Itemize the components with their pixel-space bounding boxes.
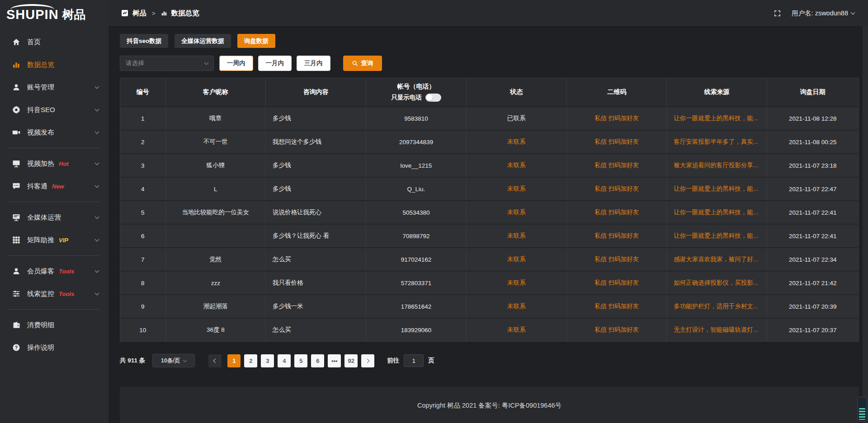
cell-account: Q_Liu. bbox=[366, 178, 466, 200]
scrollbar-track[interactable] bbox=[863, 26, 868, 423]
period-group: 一周内一月内三月内 bbox=[219, 56, 330, 71]
phone-only-toggle[interactable] bbox=[425, 94, 441, 102]
doc-icon bbox=[121, 9, 128, 17]
user-menu[interactable]: 用户名: zswodun88 bbox=[792, 9, 854, 18]
video-icon bbox=[12, 128, 20, 136]
source-link[interactable]: 让你一眼就爱上的黑科技，能... bbox=[667, 107, 767, 130]
sidebar-item-display[interactable]: 全媒体运营 bbox=[0, 206, 108, 229]
page-button-more[interactable]: ••• bbox=[328, 354, 341, 367]
cell-nickname: 不可一世 bbox=[166, 131, 266, 153]
sidebar-item-chart[interactable]: 数据总览 bbox=[0, 53, 108, 76]
sidebar-item-monitor[interactable]: 视频加热 Hot bbox=[0, 152, 108, 175]
period-month[interactable]: 一月内 bbox=[258, 56, 292, 71]
page-button-3[interactable]: 3 bbox=[261, 354, 274, 367]
sidebar-item-sliders[interactable]: 线索监控 Tools bbox=[0, 282, 108, 305]
page-button-4[interactable]: 4 bbox=[278, 354, 291, 367]
cell-status: 未联系 bbox=[467, 225, 567, 247]
cell-num: 2 bbox=[120, 131, 166, 153]
qrcode-link[interactable]: 私信 扫码加好友 bbox=[567, 248, 667, 271]
sidebar-item-question[interactable]: 操作说明 bbox=[0, 336, 108, 359]
cell-account: 572803371 bbox=[366, 272, 466, 294]
tab-inquiry-data[interactable]: 询盘数据 bbox=[237, 34, 275, 48]
fullscreen-icon[interactable] bbox=[774, 10, 781, 17]
table-row: 2 不可一世 我想问这个多少钱 2097344839 未联系 私信 扫码加好友 … bbox=[120, 130, 859, 153]
topbar-right: 用户名: zswodun88 bbox=[774, 9, 854, 18]
sidebar-item-chat[interactable]: 抖客通 New bbox=[0, 175, 108, 197]
inquiry-table: 编号 客户昵称 咨询内容 帐号（电话） 只显示电话 状态 二维码 线索来源 bbox=[120, 78, 859, 342]
period-quarter[interactable]: 三月内 bbox=[297, 56, 330, 71]
chevron-down-icon bbox=[95, 237, 99, 241]
sidebar-divider bbox=[8, 148, 99, 148]
prev-page-button[interactable] bbox=[208, 354, 222, 367]
breadcrumb-current: 数据总览 bbox=[171, 9, 199, 18]
tab-media-ops-data[interactable]: 全媒体运营数据 bbox=[175, 34, 231, 48]
sidebar-item-member[interactable]: 会员爆客 Tools bbox=[0, 260, 108, 282]
page-size-select[interactable]: 10条/页 bbox=[152, 354, 195, 367]
chat-icon bbox=[12, 182, 20, 190]
qrcode-link[interactable]: 私信 扫码加好友 bbox=[567, 319, 667, 341]
source-link[interactable]: 多功能护栏灯，适用于乡村文... bbox=[667, 295, 767, 318]
topbar: 树品 > 数据总览 用户名: zswodun88 bbox=[108, 0, 868, 26]
source-link[interactable]: 客厅安装投影半年多了，真实... bbox=[667, 131, 767, 153]
page-list: 123456•••92 bbox=[227, 354, 358, 367]
sidebar: SHUPIN 树品 首页 数据总览 账号管理 抖音SEO 视频发布 视频加热 H… bbox=[0, 0, 108, 423]
source-link[interactable]: 无主灯设计，智能磁吸轨道灯... bbox=[667, 319, 767, 341]
cell-account: 178651642 bbox=[366, 295, 466, 318]
page-button-6[interactable]: 6 bbox=[311, 354, 324, 367]
source-link[interactable]: 被大家追着问的客厅投影分享... bbox=[667, 154, 767, 177]
qrcode-link[interactable]: 私信 扫码加好友 bbox=[567, 225, 667, 247]
col-header-date: 询盘日期 bbox=[767, 78, 859, 106]
sidebar-item-grid[interactable]: 矩阵助推 VIP bbox=[0, 229, 108, 251]
app-root: SHUPIN 树品 首页 数据总览 账号管理 抖音SEO 视频发布 视频加热 H… bbox=[0, 0, 868, 423]
col-header-account: 帐号（电话） 只显示电话 bbox=[366, 78, 466, 106]
source-link[interactable]: 让你一眼就爱上的黑科技，能... bbox=[667, 225, 767, 247]
breadcrumb-root[interactable]: 树品 bbox=[132, 9, 146, 18]
page-button-5[interactable]: 5 bbox=[294, 354, 307, 367]
sidebar-item-wallet[interactable]: 消费明细 bbox=[0, 314, 108, 336]
qrcode-link[interactable]: 私信 扫码加好友 bbox=[567, 131, 667, 153]
source-link[interactable]: 感谢大家喜欢我家，被问了好... bbox=[667, 248, 767, 271]
col-header-num: 编号 bbox=[120, 78, 166, 106]
cell-content: 多少钱 bbox=[266, 178, 366, 200]
query-button[interactable]: 查询 bbox=[343, 56, 382, 71]
chart-icon bbox=[12, 61, 20, 69]
cell-account: 917024162 bbox=[366, 248, 466, 271]
sidebar-item-gear[interactable]: 抖音SEO bbox=[0, 99, 108, 121]
cell-content: 多少钱 bbox=[266, 107, 366, 130]
qrcode-link[interactable]: 私信 扫码加好友 bbox=[567, 201, 667, 224]
chevron-down-icon bbox=[204, 60, 209, 65]
qrcode-link[interactable]: 私信 扫码加好友 bbox=[567, 272, 667, 294]
logo-arc-decoration bbox=[10, 4, 54, 9]
qrcode-link[interactable]: 私信 扫码加好友 bbox=[567, 107, 667, 130]
cell-num: 9 bbox=[120, 295, 166, 318]
source-link[interactable]: 让你一眼就爱上的黑科技，能... bbox=[667, 178, 767, 200]
cell-status: 未联系 bbox=[467, 319, 567, 341]
sidebar-item-video[interactable]: 视频发布 bbox=[0, 121, 108, 144]
sidebar-item-user[interactable]: 账号管理 bbox=[0, 76, 108, 99]
filter-select[interactable]: 请选择 bbox=[120, 56, 214, 71]
page-button-92[interactable]: 92 bbox=[344, 354, 358, 367]
goto-page-input[interactable] bbox=[404, 354, 424, 367]
page-button-2[interactable]: 2 bbox=[244, 354, 257, 367]
period-week[interactable]: 一周内 bbox=[219, 56, 253, 71]
next-page-button[interactable] bbox=[361, 354, 374, 367]
chart-icon bbox=[161, 10, 167, 16]
page-button-1[interactable]: 1 bbox=[227, 354, 241, 367]
floating-widget[interactable] bbox=[857, 397, 867, 422]
qrcode-link[interactable]: 私信 扫码加好友 bbox=[567, 154, 667, 177]
cell-nickname bbox=[166, 225, 266, 247]
source-link[interactable]: 如何正确选择投影仪，买投影... bbox=[667, 272, 767, 294]
username-label: 用户名: zswodun88 bbox=[792, 9, 848, 18]
sidebar-item-home[interactable]: 首页 bbox=[0, 31, 108, 53]
qrcode-link[interactable]: 私信 扫码加好友 bbox=[567, 295, 667, 318]
cell-account: 70898792 bbox=[366, 225, 466, 247]
table-row: 3 狐小狸 多少钱 love__1215 未联系 私信 扫码加好友 被大家追着问… bbox=[120, 153, 859, 177]
cell-content: 多少钱一米 bbox=[266, 295, 366, 318]
cell-num: 4 bbox=[120, 178, 166, 200]
tab-douyin-seo-data[interactable]: 抖音seo数据 bbox=[120, 34, 168, 48]
source-link[interactable]: 让你一眼就爱上的黑科技，能... bbox=[667, 201, 767, 224]
brand-logo: SHUPIN 树品 bbox=[0, 0, 108, 26]
brand-logo-en: SHUPIN bbox=[6, 8, 59, 21]
cell-num: 5 bbox=[120, 201, 166, 224]
qrcode-link[interactable]: 私信 扫码加好友 bbox=[567, 178, 667, 200]
